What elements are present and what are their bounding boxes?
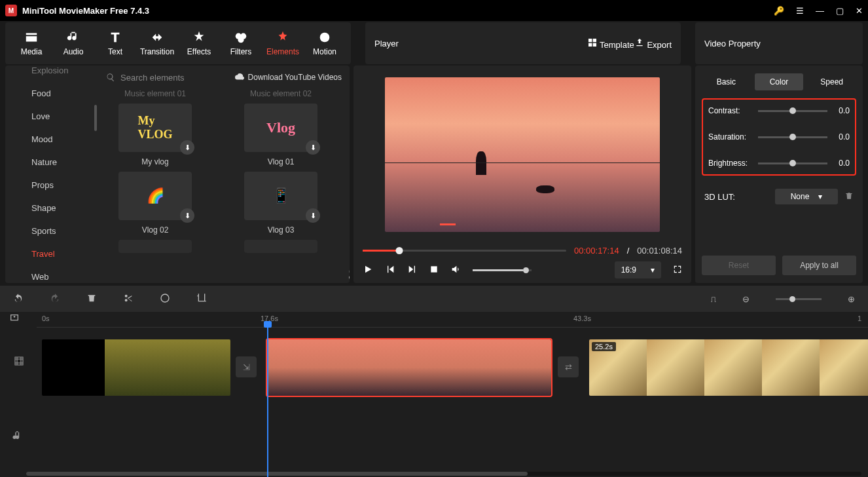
menu-icon[interactable]: ☰ (796, 6, 804, 16)
tab-basic[interactable]: Basic (702, 73, 751, 90)
lut-select[interactable]: None▾ (775, 189, 838, 204)
property-panel: Basic Color Speed Contrast: 0.0 Saturati… (695, 66, 863, 283)
search-icon (106, 73, 115, 82)
crop-icon[interactable] (196, 293, 207, 305)
element-vlog-01[interactable]: Vlog⬇ Vlog 01 (232, 104, 330, 172)
page-indicator[interactable] (349, 270, 350, 279)
tool-motion[interactable]: Motion (304, 22, 346, 64)
cat-props[interactable]: Props (5, 174, 98, 197)
tool-elements[interactable]: Elements (262, 22, 304, 64)
search-input[interactable]: Search elements (106, 73, 227, 83)
category-scrollbar[interactable] (94, 105, 97, 131)
stop-icon[interactable] (429, 265, 439, 276)
element-vlog-03[interactable]: 📱⬇ Vlog 03 (232, 172, 330, 240)
category-list: Explosion Food Love Mood Nature Props Sh… (5, 66, 98, 283)
next-frame-icon[interactable] (407, 264, 418, 277)
player-header-bar: Player Template Export (365, 22, 681, 64)
undo-icon[interactable] (13, 293, 24, 305)
chevron-down-icon: ▾ (651, 265, 655, 275)
reset-button[interactable]: Reset (702, 256, 776, 275)
element-my-vlog[interactable]: MyVLOG⬇ My vlog (106, 104, 204, 172)
volume-icon[interactable] (450, 264, 461, 277)
key-icon[interactable]: 🔑 (774, 6, 784, 16)
redo-icon[interactable] (50, 293, 60, 305)
download-icon[interactable]: ⬇ (180, 208, 194, 223)
tab-speed[interactable]: Speed (807, 73, 856, 90)
tool-filters[interactable]: Filters (220, 22, 262, 64)
contrast-slider[interactable] (758, 110, 827, 112)
split-icon[interactable] (123, 293, 134, 305)
transition-slot-1[interactable]: ⇲ (236, 356, 257, 377)
download-icon[interactable]: ⬇ (306, 140, 320, 155)
cat-shape[interactable]: Shape (5, 197, 98, 219)
player-panel: 00:00:17:14 / 00:01:08:14 16:9▾ (353, 66, 691, 283)
volume-slider[interactable] (473, 269, 532, 271)
preview-viewport (353, 66, 691, 244)
transition-slot-2[interactable]: ⇄ (558, 356, 579, 377)
close-icon[interactable]: ✕ (856, 6, 863, 16)
prev-frame-icon[interactable] (385, 264, 395, 277)
minimize-icon[interactable]: — (816, 6, 824, 16)
svg-rect-4 (431, 266, 437, 272)
tab-color[interactable]: Color (755, 73, 804, 90)
maximize-icon[interactable]: ▢ (836, 6, 844, 16)
cat-web[interactable]: Web (5, 265, 98, 283)
cat-travel[interactable]: Travel (5, 242, 98, 265)
tool-effects[interactable]: Effects (178, 22, 220, 64)
add-track-icon[interactable] (9, 313, 20, 326)
elem-label: Music element 01 (124, 89, 186, 98)
tool-transition[interactable]: Transition (136, 22, 178, 64)
lut-label: 3D LUT: (704, 192, 769, 202)
cat-sports[interactable]: Sports (5, 219, 98, 242)
timeline: 0s 17.6s 43.3s 1 ⇲ ⇄ 25.2s (0, 312, 868, 477)
saturation-value: 0.0 (833, 132, 850, 142)
delete-icon[interactable] (86, 293, 97, 305)
cloud-icon (235, 73, 244, 82)
playhead[interactable] (267, 328, 268, 477)
download-icon[interactable]: ⬇ (306, 208, 320, 223)
progress-slider[interactable] (363, 250, 566, 252)
speed-icon[interactable] (160, 293, 170, 305)
aspect-select[interactable]: 16:9▾ (615, 261, 661, 278)
tool-audio[interactable]: Audio (52, 22, 94, 64)
cat-explosion[interactable]: Explosion (5, 66, 98, 82)
template-button[interactable]: Template (587, 37, 634, 50)
apply-all-button[interactable]: Apply to all (782, 256, 856, 275)
titlebar: M MiniTool MovieMaker Free 7.4.3 🔑 ☰ — ▢… (0, 0, 868, 21)
cat-mood[interactable]: Mood (5, 128, 98, 151)
color-controls-highlight: Contrast: 0.0 Saturation: 0.0 Brightness… (702, 98, 856, 176)
svg-point-3 (320, 33, 330, 43)
brightness-slider[interactable] (758, 162, 827, 164)
cat-nature[interactable]: Nature (5, 151, 98, 174)
brightness-label: Brightness: (708, 159, 753, 168)
zoom-in-icon[interactable]: ⊕ (848, 294, 855, 304)
magnet-icon[interactable]: ⎍ (711, 294, 716, 304)
download-icon[interactable]: ⬇ (180, 140, 194, 155)
video-track-icon (13, 355, 25, 369)
trash-icon[interactable] (844, 191, 854, 202)
tool-media[interactable]: Media (10, 22, 52, 64)
zoom-out-icon[interactable]: ⊖ (742, 294, 750, 304)
props-title: Video Property (704, 39, 761, 48)
time-duration: 00:01:08:14 (637, 246, 682, 256)
clip-3[interactable]: 25.2s (589, 339, 868, 396)
element-vlog-02[interactable]: 🌈⬇ Vlog 02 (106, 172, 204, 240)
play-icon[interactable] (363, 264, 373, 277)
cat-food[interactable]: Food (5, 82, 98, 105)
main-toolbar: Media Audio Text Transition Effects Filt… (5, 22, 351, 64)
time-current: 00:00:17:14 (574, 246, 619, 256)
brightness-value: 0.0 (833, 159, 850, 168)
download-youtube-link[interactable]: Download YouTube Videos (235, 73, 342, 82)
clip-1[interactable] (42, 339, 230, 396)
export-button[interactable]: Export (634, 37, 672, 50)
zoom-slider[interactable] (776, 298, 822, 300)
timeline-hscrollbar[interactable] (26, 472, 861, 476)
contrast-label: Contrast: (708, 106, 753, 115)
timeline-ruler[interactable]: 0s 17.6s 43.3s 1 (37, 312, 868, 328)
clip-2-selected[interactable] (267, 339, 551, 396)
tool-text[interactable]: Text (94, 22, 136, 64)
fullscreen-icon[interactable] (673, 265, 682, 276)
elements-panel: Explosion Food Love Mood Nature Props Sh… (5, 66, 350, 283)
saturation-slider[interactable] (758, 136, 827, 138)
cat-love[interactable]: Love (5, 105, 98, 128)
